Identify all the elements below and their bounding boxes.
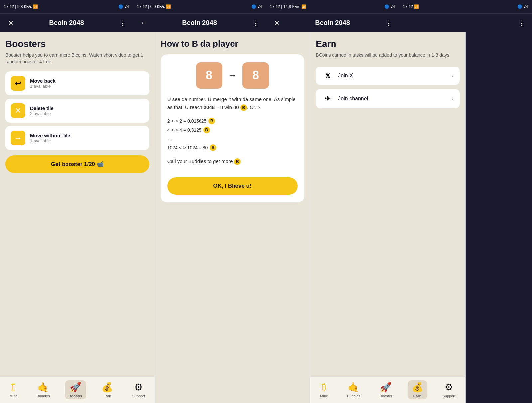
booster-delete-tile-name: Delete tile (30, 105, 54, 111)
status-time-4: 17:12 📶 (403, 4, 419, 9)
main-panels: Boosters Booster helps you to earn more … (0, 32, 532, 403)
booster-move-without-available: 1 available (30, 138, 70, 143)
middle-panel-bottom-spacer (155, 376, 310, 403)
delete-tile-icon: ✕ (11, 103, 25, 118)
telegram-icon: ✈ (322, 94, 333, 103)
earn-label-left: Earn (103, 394, 111, 398)
app-bar-earn: ✕ Bcoin 2048 ⋮ (266, 13, 399, 32)
status-bar-2: 17:12 | 0,0 КБ/с 📶 🔵 74 (133, 0, 266, 13)
how-to-title: How to B da player (161, 39, 305, 49)
booster-move-back-text: Move back 1 available (30, 78, 56, 89)
booster-move-back-name: Move back (30, 78, 56, 84)
earn-content: Earn BCoins earned in tasks will be adde… (310, 32, 465, 376)
menu-icon-4[interactable]: ⋮ (516, 19, 527, 27)
nav-item-buddies-left[interactable]: 🤙 Buddies (33, 380, 54, 399)
earn-label-right: Earn (413, 394, 421, 398)
status-bar-1: 17:12 | 9,8 КБ/с 📶 🔵 74 (0, 0, 133, 13)
boosters-description: Booster helps you to earn more Bicoins. … (5, 52, 149, 65)
get-booster-label: Get booster 1/20 📹 (51, 161, 104, 168)
earn-title: Earn (316, 39, 460, 49)
app-title-3: Bcoin 2048 (282, 19, 383, 27)
how-to-content: How to B da player 8 → 8 U see da number… (155, 32, 310, 376)
status-battery-3: 🔵 74 (384, 4, 395, 9)
nav-item-mine-left[interactable]: ₿ Mine (6, 380, 22, 399)
nav-item-earn-left[interactable]: 💰 Earn (97, 380, 117, 399)
boosters-content: Boosters Booster helps you to earn more … (0, 32, 155, 376)
support-icon-left: ⚙ (134, 382, 143, 393)
mine-icon-right: ₿ (322, 382, 326, 393)
status-bar-4: 17:12 📶 🔵 74 (399, 0, 532, 13)
earn-icon-left: 💰 (101, 382, 113, 393)
earn-panel: Earn BCoins earned in tasks will be adde… (310, 32, 466, 403)
earnings-table: 2 <-> 2 = 0.015625 B 4 <-> 4 = 0.3125 B … (167, 117, 298, 152)
close-icon-1[interactable]: ✕ (5, 19, 16, 27)
join-channel-label: Join channel (338, 96, 447, 102)
move-without-icon: → (11, 131, 25, 145)
chevron-right-icon-2: › (452, 95, 454, 102)
booster-item-move-back[interactable]: ↩ Move back 1 available (5, 71, 149, 95)
nav-item-booster-left[interactable]: 🚀 Booster (65, 380, 87, 399)
chevron-right-icon-1: › (452, 72, 454, 79)
earn-item-join-x[interactable]: 𝕏 Join X › (316, 67, 460, 85)
support-icon-right: ⚙ (445, 382, 453, 393)
bold-2048: 2048 (204, 104, 215, 110)
bcoin-icon-2: B (203, 127, 210, 133)
nav-item-buddies-right[interactable]: 🤙 Buddies (343, 380, 364, 399)
buddies-label-right: Buddies (347, 394, 360, 398)
status-bar-3: 17:12 | 14,8 КБ/с 📶 🔵 74 (266, 0, 399, 13)
status-time-1: 17:12 | 9,8 КБ/с 📶 (4, 4, 38, 9)
fourth-panel-bottom (466, 32, 532, 59)
booster-delete-tile-text: Delete tile 2 available (30, 105, 54, 116)
earn-formula-2: 4 <-> 4 = 0.3125 (167, 126, 201, 135)
earn-row-3: 1024 <-> 1024 = 80 B (167, 143, 298, 152)
booster-icon-right: 🚀 (380, 382, 392, 393)
nav-item-support-right[interactable]: ⚙ Support (439, 380, 460, 399)
nav-item-booster-right[interactable]: 🚀 Booster (376, 380, 396, 399)
nav-item-mine-right[interactable]: ₿ Mine (316, 380, 332, 399)
app-title-1: Bcoin 2048 (16, 19, 117, 27)
app-bar-4: ⋮ (399, 13, 532, 32)
buddies-icon-left: 🤙 (37, 382, 49, 393)
support-label-left: Support (132, 394, 145, 398)
mine-label-left: Mine (10, 394, 18, 398)
bcoin-icon-buddies: B (234, 158, 241, 165)
status-time-3: 17:12 | 14,8 КБ/с 📶 (270, 4, 306, 9)
booster-item-delete-tile[interactable]: ✕ Delete tile 2 available (5, 99, 149, 123)
booster-move-back-available: 1 available (30, 84, 56, 89)
how-to-panel: How to B da player 8 → 8 U see da number… (155, 32, 311, 403)
get-booster-button[interactable]: Get booster 1/20 📹 (5, 155, 149, 173)
booster-item-move-without[interactable]: → Move without tile 1 available (5, 126, 149, 150)
buddies-icon-right: 🤙 (348, 382, 359, 393)
ok-button-label: OK, I Blieve u! (213, 183, 251, 189)
ok-button[interactable]: OK, I Blieve u! (167, 177, 298, 195)
fourth-panel (466, 32, 532, 403)
join-x-label: Join X (338, 73, 447, 79)
app-bar-boosters: ✕ Bcoin 2048 ⋮ (0, 13, 133, 32)
tile-left: 8 (196, 62, 222, 89)
status-battery-4: 🔵 74 (517, 4, 528, 9)
merge-arrow: → (228, 70, 237, 81)
buddies-text: Call your Buddies to get more B (167, 157, 298, 165)
how-to-text-main: U see da number. U merge it with da same… (167, 95, 298, 111)
close-icon-3[interactable]: ✕ (271, 19, 282, 27)
back-icon-2[interactable]: ← (138, 19, 149, 27)
tile-right: 8 (242, 62, 269, 89)
how-to-card: 8 → 8 U see da number. U merge it with d… (161, 54, 305, 202)
earn-row-2: 4 <-> 4 = 0.3125 B (167, 126, 298, 135)
nav-item-earn-right[interactable]: 💰 Earn (408, 380, 427, 399)
bottom-nav-right: ₿ Mine 🤙 Buddies 🚀 Booster 💰 Earn ⚙ Supp… (310, 376, 465, 403)
menu-icon-1[interactable]: ⋮ (117, 19, 128, 27)
menu-icon-3[interactable]: ⋮ (383, 19, 394, 27)
bcoin-icon-3: B (210, 144, 216, 151)
buddies-label-left: Buddies (37, 394, 50, 398)
booster-move-without-name: Move without tile (30, 133, 70, 138)
nav-item-support-left[interactable]: ⚙ Support (128, 380, 149, 399)
earn-formula-1: 2 <-> 2 = 0.015625 (167, 117, 207, 126)
earn-row-dots: ... (167, 134, 298, 143)
booster-move-without-text: Move without tile 1 available (30, 133, 70, 143)
status-battery-2: 🔵 74 (251, 4, 262, 9)
menu-icon-2[interactable]: ⋮ (250, 19, 261, 27)
earn-item-join-channel[interactable]: ✈ Join channel › (316, 89, 460, 108)
app-bars-row: ✕ Bcoin 2048 ⋮ ← Bcoin 2048 ⋮ ✕ Bcoin 20… (0, 13, 532, 32)
booster-icon-left: 🚀 (70, 382, 81, 393)
